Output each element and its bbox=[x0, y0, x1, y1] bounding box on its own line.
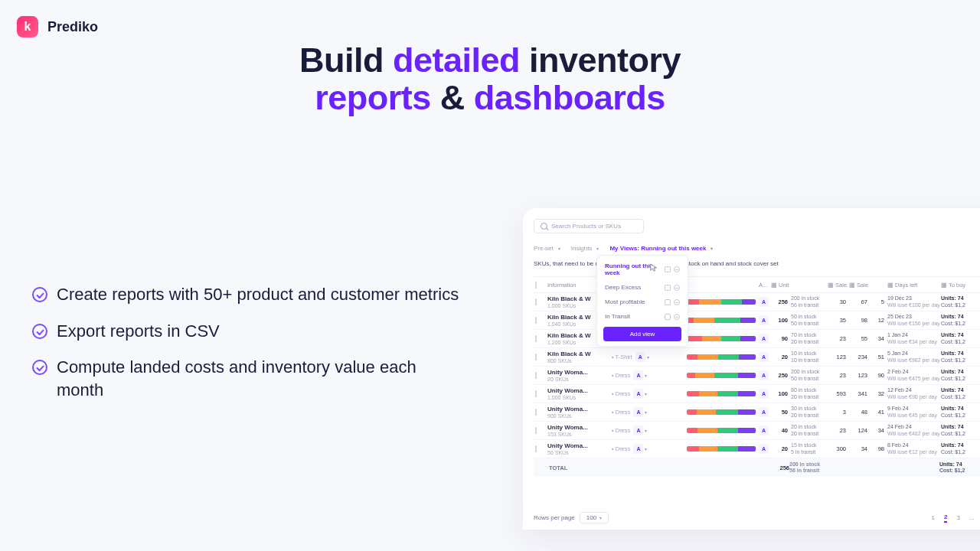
table-row[interactable]: Unity Woma...153 SKUs• Dress A▾A4020 in … bbox=[534, 422, 980, 440]
stock-bar bbox=[687, 354, 756, 360]
feature-text: Compute landed costs and inventory value… bbox=[57, 356, 461, 401]
table-row[interactable]: Kiln Black & W800 SKUs• T-Shirt A▾A2010 … bbox=[534, 348, 980, 367]
row-to-buy: Units: 74Cost: $1,2 bbox=[939, 424, 980, 437]
remove-icon[interactable] bbox=[674, 266, 680, 272]
chevron-down-icon: ▾ bbox=[645, 429, 647, 433]
remove-icon[interactable] bbox=[674, 299, 680, 305]
row-sale2: 98 bbox=[848, 317, 869, 324]
brand-header: k Prediko bbox=[17, 16, 98, 37]
row-sale1: 123 bbox=[826, 354, 848, 360]
remove-icon[interactable] bbox=[674, 285, 680, 291]
row-checkbox[interactable] bbox=[535, 445, 537, 452]
row-checkbox[interactable] bbox=[535, 298, 537, 305]
table-row[interactable]: Unity Woma...900 SKUs• Dress A▾A5030 in … bbox=[534, 403, 980, 422]
product-sku-count: 153 SKUs bbox=[547, 432, 572, 437]
row-sale1: 23 bbox=[826, 372, 848, 379]
tab-preset[interactable]: Pre-set▾ bbox=[534, 245, 560, 252]
total-units: 256 bbox=[769, 465, 789, 471]
row-days: 41 bbox=[869, 409, 886, 416]
row-sale2: 123 bbox=[848, 372, 869, 379]
row-checkbox[interactable] bbox=[535, 317, 537, 324]
row-units: 20 bbox=[769, 445, 789, 452]
row-sale1: 23 bbox=[826, 335, 848, 342]
row-sale1: 35 bbox=[826, 317, 848, 324]
table-row[interactable]: Unity Woma...20 SKUs• Dress A▾A250200 in… bbox=[534, 367, 980, 385]
row-stock: 30 in stock20 in transit bbox=[789, 406, 826, 419]
row-checkbox[interactable] bbox=[535, 354, 537, 360]
dropdown-item-deep-excess[interactable]: Deep Excess bbox=[597, 280, 688, 295]
row-to-buy: Units: 74Cost: $1,2 bbox=[939, 332, 980, 345]
row-days: 34 bbox=[869, 335, 886, 342]
row-to-buy: Units: 74Cost: $1,2 bbox=[939, 406, 980, 419]
row-units: 250 bbox=[769, 372, 789, 379]
stock-bar bbox=[687, 391, 756, 396]
row-sale1: 3 bbox=[826, 409, 848, 416]
row-units: 20 bbox=[769, 354, 789, 360]
table-row[interactable]: Unity Woma...1,000 SKUs• Dress A▾A10080 … bbox=[534, 385, 980, 403]
row-checkbox[interactable] bbox=[535, 335, 537, 342]
product-name: Unity Woma... bbox=[547, 369, 588, 376]
page-1[interactable]: 1 bbox=[932, 514, 935, 521]
chevron-down-icon: ▾ bbox=[645, 410, 647, 415]
row-to-buy: Units: 74Cost: $1,2 bbox=[939, 369, 980, 382]
edit-icon[interactable] bbox=[665, 299, 671, 305]
edit-icon[interactable] bbox=[665, 285, 671, 291]
row-units: 256 bbox=[769, 298, 789, 305]
row-sale1: 23 bbox=[826, 427, 848, 434]
feature-item: Export reports in CSV bbox=[32, 320, 461, 343]
col-a: A... bbox=[757, 282, 769, 289]
row-stock: 200 in stock56 in transit bbox=[789, 295, 826, 308]
checkbox-all[interactable] bbox=[535, 282, 537, 289]
search-icon bbox=[541, 223, 547, 230]
grade-badge: A bbox=[635, 352, 645, 362]
row-date: 9 Feb 24Will lose €45 per day bbox=[886, 406, 939, 419]
chevron-down-icon: ▾ bbox=[647, 355, 649, 360]
tab-myviews[interactable]: My Views: Running out this week▾ bbox=[609, 245, 713, 252]
check-icon bbox=[32, 324, 47, 339]
row-units: 40 bbox=[769, 427, 789, 434]
row-date: 12 Feb 24Will lose €90 per day bbox=[886, 387, 939, 400]
page-2[interactable]: 2 bbox=[944, 514, 947, 523]
product-name: Kiln Black & W bbox=[547, 332, 590, 339]
chevron-down-icon: ▾ bbox=[558, 246, 560, 251]
rows-per-page-select[interactable]: 100 ▾ bbox=[580, 512, 609, 523]
product-tag: • Dress A▾ bbox=[610, 370, 685, 380]
row-checkbox[interactable] bbox=[535, 372, 537, 379]
product-tag: • Dress A▾ bbox=[610, 425, 685, 435]
product-name: Unity Woma... bbox=[547, 442, 588, 449]
row-sale2: 55 bbox=[848, 335, 869, 342]
dropdown-item-in-transit[interactable]: In Transit bbox=[597, 309, 688, 324]
dropdown-item-most-profitable[interactable]: Most profitable bbox=[597, 295, 688, 309]
pagination-row: Rows per page 100 ▾ 1 2 3 ... 6 bbox=[534, 512, 980, 523]
product-tag: • Dress A▾ bbox=[610, 407, 685, 417]
grade-badge: A bbox=[759, 370, 769, 380]
product-sku-count: 800 SKUs bbox=[547, 358, 572, 364]
row-to-buy: Units: 74Cost: $1,2 bbox=[939, 442, 980, 455]
grade-badge: A bbox=[633, 389, 643, 399]
remove-icon[interactable] bbox=[674, 314, 680, 320]
row-to-buy: Units: 74Cost: $1,2 bbox=[939, 350, 980, 364]
grade-badge: A bbox=[633, 425, 643, 435]
edit-icon[interactable] bbox=[665, 266, 671, 272]
chevron-down-icon: ▾ bbox=[645, 447, 647, 452]
search-input[interactable]: Search Products or SKUs bbox=[534, 219, 644, 233]
product-sku-count: 900 SKUs bbox=[547, 413, 572, 419]
stock-bar bbox=[687, 409, 756, 415]
row-date: 1 Jan 24Will lose €34 per day bbox=[886, 332, 939, 345]
edit-icon[interactable] bbox=[665, 314, 671, 320]
add-view-button[interactable]: Add view bbox=[603, 327, 681, 341]
row-checkbox[interactable] bbox=[535, 390, 537, 397]
page-3[interactable]: 3 bbox=[956, 514, 959, 521]
feature-item: Create reports with 50+ product and cust… bbox=[32, 283, 461, 306]
row-date: 24 Feb 24Will lose €482 per day bbox=[886, 424, 939, 437]
feature-item: Compute landed costs and inventory value… bbox=[32, 356, 461, 401]
stock-bar bbox=[687, 318, 756, 323]
grade-badge: A bbox=[759, 315, 769, 325]
dropdown-item-running-out[interactable]: Running out this week bbox=[597, 259, 688, 280]
row-checkbox[interactable] bbox=[535, 427, 537, 434]
table-row[interactable]: Unity Woma...56 SKUs• Dress A▾A2015 in s… bbox=[534, 440, 980, 458]
tab-insights[interactable]: Insights▾ bbox=[571, 245, 599, 252]
brand-name: Prediko bbox=[47, 19, 98, 35]
row-checkbox[interactable] bbox=[535, 409, 537, 416]
grade-badge: A bbox=[759, 407, 769, 417]
